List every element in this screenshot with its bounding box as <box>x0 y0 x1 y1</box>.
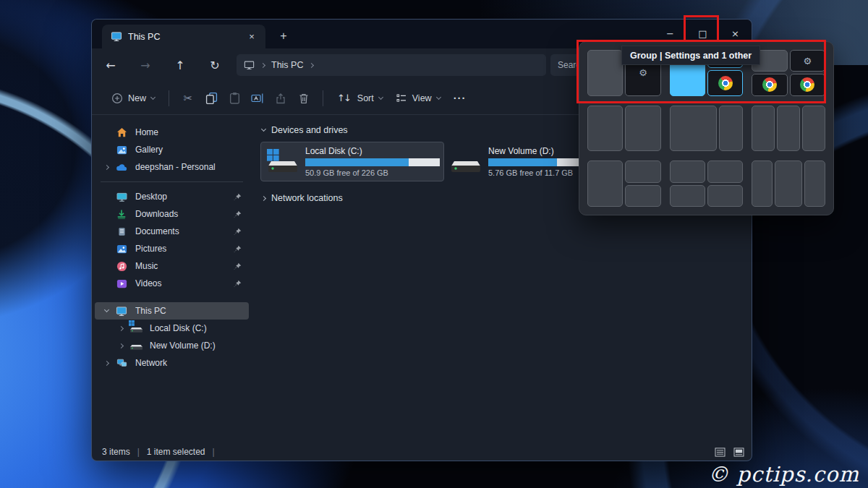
drive-free-space: 50.9 GB free of 226 GB <box>305 168 440 177</box>
sort-button-label: Sort <box>357 93 374 103</box>
monitor-icon <box>116 306 127 317</box>
status-divider: | <box>213 447 215 457</box>
rename-button[interactable] <box>246 87 269 110</box>
details-view-button[interactable] <box>712 446 727 458</box>
document-icon <box>117 226 127 237</box>
snap-zone[interactable] <box>625 106 660 152</box>
rename-icon <box>251 93 264 104</box>
snap-zone[interactable] <box>804 160 825 207</box>
sidebar-item-onedrive-personal[interactable]: deepshan - Personal <box>95 158 249 176</box>
back-button[interactable]: ← <box>99 53 122 77</box>
snap-zone[interactable] <box>802 106 825 152</box>
tab-title: This PC <box>128 32 238 42</box>
pin-icon <box>234 262 242 270</box>
status-bar: 3 items | 1 item selected | <box>92 445 752 459</box>
chevron-right-icon <box>261 195 266 200</box>
snap-zone[interactable] <box>719 106 743 152</box>
chevron-down-icon <box>261 127 266 132</box>
sidebar-item-gallery[interactable]: Gallery <box>95 141 249 158</box>
drive-tile-local-disk-c[interactable]: Local Disk (C:) 50.9 GB free of 226 GB <box>260 142 444 181</box>
breadcrumb-root[interactable]: This PC <box>271 60 303 70</box>
sidebar-item-home[interactable]: Home <box>95 124 249 141</box>
snap-zone[interactable] <box>777 106 800 152</box>
more-options-button[interactable]: ··· <box>447 87 473 108</box>
sidebar-item-network[interactable]: Network <box>95 354 249 372</box>
snap-zone[interactable] <box>775 160 802 207</box>
snap-zone[interactable] <box>670 185 705 207</box>
sidebar-item-downloads[interactable]: Downloads <box>95 205 249 223</box>
devices-and-drives-label: Devices and drives <box>271 125 348 135</box>
chevron-right-icon <box>260 62 265 67</box>
snap-zone[interactable] <box>707 185 743 207</box>
share-icon <box>275 93 286 104</box>
chevron-down-icon <box>103 307 109 312</box>
pin-icon <box>234 193 242 201</box>
sidebar-divider <box>101 181 243 182</box>
new-tab-button[interactable]: + <box>274 27 293 46</box>
snap-zone[interactable] <box>625 185 660 207</box>
snap-zone[interactable] <box>752 106 775 152</box>
snap-zone[interactable] <box>752 160 773 207</box>
status-divider: | <box>137 447 140 457</box>
toolbar-divider <box>169 90 169 106</box>
toolbar-divider <box>323 90 323 106</box>
windows-logo-icon <box>267 149 279 161</box>
sidebar-item-music[interactable]: Music <box>95 257 249 275</box>
network-icon <box>116 358 127 368</box>
sidebar-item-desktop[interactable]: Desktop <box>95 188 249 205</box>
sidebar-item-pictures[interactable]: Pictures <box>95 240 249 257</box>
share-button[interactable] <box>269 87 292 110</box>
sidebar-item-new-volume-d[interactable]: New Volume (D:) <box>95 337 249 354</box>
sort-button[interactable]: ↑↓ Sort <box>331 88 389 108</box>
snap-layout-half-plus-stack <box>587 160 661 207</box>
onedrive-cloud-icon <box>116 163 127 171</box>
cut-button[interactable]: ✂ <box>176 87 200 110</box>
drive-name: Local Disk (C:) <box>305 146 440 156</box>
snap-layout-wide-left <box>670 106 744 152</box>
monitor-icon <box>111 31 122 42</box>
thumbnail-view-button[interactable] <box>731 446 746 458</box>
paste-button[interactable] <box>223 87 246 110</box>
drive-icon <box>130 341 142 350</box>
new-button-label: New <box>128 93 146 103</box>
details-view-icon <box>715 448 726 457</box>
sidebar-item-documents[interactable]: Documents <box>95 223 249 240</box>
snap-zone[interactable] <box>587 106 623 152</box>
view-button[interactable]: View <box>389 88 447 108</box>
sort-arrows-icon: ↑↓ <box>337 93 352 103</box>
paste-icon <box>229 92 241 104</box>
snap-layout-three-columns <box>752 106 825 152</box>
chevron-right-icon <box>118 343 123 348</box>
network-locations-label: Network locations <box>271 193 343 203</box>
snap-zone[interactable] <box>670 160 705 182</box>
windows-logo-icon <box>129 320 135 326</box>
tab-close-button[interactable]: × <box>244 29 260 45</box>
forward-button[interactable]: → <box>134 53 157 77</box>
navigation-sidebar: Home Gallery deepshan - Personal Desktop <box>92 115 252 448</box>
up-button[interactable]: ↑ <box>169 53 192 77</box>
annotation-box-maximize <box>684 15 719 42</box>
view-button-label: View <box>412 93 432 103</box>
snap-zone[interactable] <box>587 160 623 207</box>
usage-fill <box>305 158 409 166</box>
delete-button[interactable] <box>292 87 315 110</box>
scissors-icon: ✂ <box>184 92 193 105</box>
desktop-icon <box>116 192 127 202</box>
sidebar-item-local-disk-c[interactable]: Local Disk (C:) <box>95 320 249 337</box>
view-list-icon <box>396 93 407 104</box>
download-arrow-icon <box>116 209 127 220</box>
music-icon <box>116 261 127 272</box>
copy-button[interactable] <box>200 87 223 110</box>
snap-zone[interactable] <box>707 160 743 182</box>
tab-this-pc[interactable]: This PC × <box>102 25 265 48</box>
address-bar[interactable]: This PC <box>237 54 546 76</box>
selection-count: 1 item selected <box>147 447 205 457</box>
sidebar-item-this-pc[interactable]: This PC <box>95 302 249 320</box>
sidebar-item-videos[interactable]: Videos <box>95 275 249 292</box>
new-button[interactable]: New <box>105 88 161 108</box>
snap-zone[interactable] <box>670 106 718 152</box>
refresh-button[interactable]: ↻ <box>203 53 226 77</box>
trash-icon <box>298 93 310 104</box>
snap-zone[interactable] <box>625 160 660 182</box>
usage-fill <box>488 158 557 166</box>
